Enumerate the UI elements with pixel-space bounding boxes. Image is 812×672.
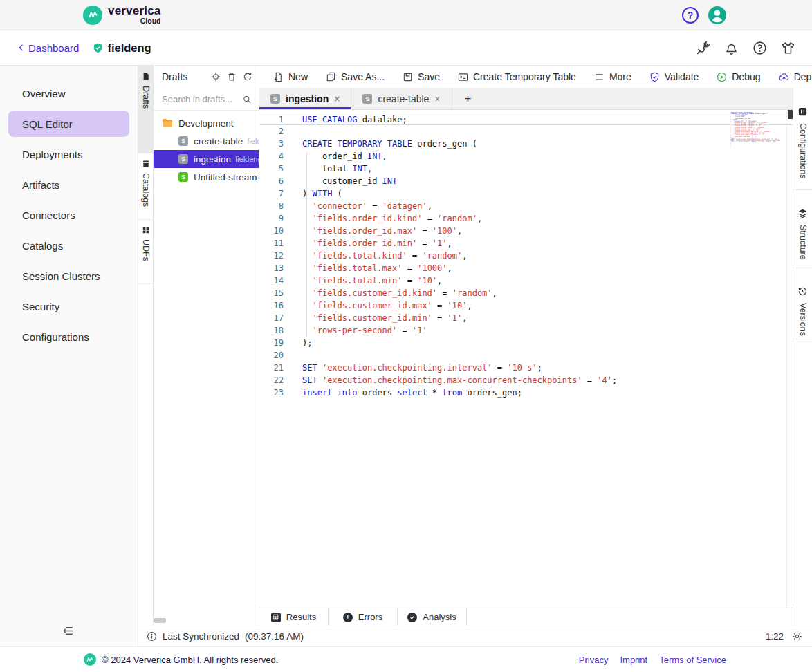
validate-button[interactable]: Validate [649, 71, 699, 82]
code-line-6[interactable]: 6 customer_id INT [259, 175, 793, 187]
search-drafts-input[interactable] [162, 94, 243, 104]
code-line-13[interactable]: 13 'fields.total.max' = '1000', [259, 262, 793, 274]
sql-code-editor[interactable]: 1USE CATALOG datalake;23CREATE TEMPORARY… [259, 110, 793, 608]
code-line-16[interactable]: 16 'fields.customer_id.max' = '10', [259, 299, 793, 312]
code-line-19[interactable]: 19); [259, 337, 793, 349]
sidebar-item-session-clusters[interactable]: Session Clusters [8, 263, 129, 289]
code-text[interactable]: 'fields.customer_id.min' = '1', [284, 312, 467, 324]
workspace[interactable]: fieldeng [93, 41, 151, 55]
tab-analysis[interactable]: Analysis [398, 608, 467, 626]
code-text[interactable]: 'fields.order_id.min' = '1', [284, 237, 452, 250]
code-line-14[interactable]: 14 'fields.total.min' = '10', [259, 274, 793, 287]
sidebar-item-configurations[interactable]: Configurations [8, 324, 129, 350]
code-text[interactable]: insert into orders select * from orders_… [284, 386, 522, 399]
editor-scrollbar[interactable] [786, 110, 793, 608]
folder-development[interactable]: Development [154, 114, 259, 132]
code-line-8[interactable]: 8 'connector' = 'datagen', [259, 200, 793, 212]
close-tab-icon[interactable]: × [334, 93, 340, 104]
code-text[interactable]: 'fields.customer_id.max' = '10', [284, 299, 472, 312]
new-tab-button[interactable]: + [452, 88, 484, 109]
code-minimap[interactable]: USE CATALOG datalake;CREATE TEMPORARY TA… [730, 112, 780, 148]
editor-tab-ingestion[interactable]: S ingestion × [259, 88, 351, 109]
refresh-icon[interactable] [243, 72, 252, 82]
new-button[interactable]: New [273, 71, 308, 82]
back-to-dashboard-link[interactable]: Dashboard [17, 42, 79, 54]
sidebar-item-catalogs[interactable]: Catalogs [8, 232, 129, 259]
code-text[interactable]: SET 'execution.checkpointing.max-concurr… [284, 374, 617, 386]
save-as-button[interactable]: Save As... [326, 71, 385, 82]
tab-errors[interactable]: ! Errors [329, 608, 398, 626]
help-icon[interactable]: ? [682, 7, 699, 24]
create-temporary-table-button[interactable]: Create Temporary Table [458, 71, 576, 82]
code-lines[interactable]: 1USE CATALOG datalake;23CREATE TEMPORARY… [259, 110, 793, 399]
search-icon[interactable] [243, 95, 252, 104]
tshirt-icon[interactable] [781, 41, 795, 55]
deploy-button[interactable]: Deploy [779, 71, 812, 82]
sidebar-item-sql-editor[interactable]: SQL Editor [8, 111, 129, 137]
code-text[interactable]: 'fields.total.min' = '10', [284, 274, 442, 287]
panel-tab-udfs[interactable]: UDFs [138, 220, 153, 284]
code-line-22[interactable]: 22SET 'execution.checkpointing.max-concu… [259, 374, 793, 386]
settings-gear-icon[interactable] [792, 631, 802, 642]
code-text[interactable]: ); [284, 337, 312, 349]
draft-item-ingestion[interactable]: S ingestion fieldeng [154, 150, 259, 168]
horizontal-scrollbar-thumb[interactable] [154, 618, 166, 623]
help-circle-icon[interactable] [753, 41, 767, 55]
code-text[interactable]: order_id INT, [284, 150, 387, 162]
code-line-10[interactable]: 10 'fields.order_id.max' = '100', [259, 225, 793, 237]
terms-of-service-link[interactable]: Terms of Service [659, 655, 726, 665]
imprint-link[interactable]: Imprint [620, 655, 647, 665]
code-line-20[interactable]: 20 [259, 349, 793, 362]
close-tab-icon[interactable]: × [434, 93, 440, 104]
panel-tab-catalogs[interactable]: Catalogs [138, 153, 153, 220]
code-text[interactable]: 'fields.customer_id.kind' = 'random', [284, 287, 497, 299]
panel-tab-structure[interactable]: Structure [793, 190, 812, 268]
save-button[interactable]: Save [403, 71, 440, 82]
trash-icon[interactable] [227, 72, 237, 82]
user-avatar[interactable] [708, 6, 726, 24]
code-line-21[interactable]: 21SET 'execution.checkpointing.interval'… [259, 362, 793, 374]
code-line-15[interactable]: 15 'fields.customer_id.kind' = 'random', [259, 287, 793, 299]
code-line-4[interactable]: 4 order_id INT, [259, 150, 793, 162]
debug-button[interactable]: Debug [717, 71, 760, 82]
panel-tab-drafts[interactable]: Drafts [138, 66, 153, 153]
more-button[interactable]: More [594, 71, 631, 82]
draft-item-create-table[interactable]: S create-table field [154, 132, 259, 150]
sidebar-item-connectors[interactable]: Connectors [8, 202, 129, 228]
code-text[interactable]: USE CATALOG datalake; [284, 113, 407, 124]
code-text[interactable]: 'fields.total.max' = '1000', [284, 262, 452, 274]
code-text[interactable]: customer_id INT [284, 175, 397, 187]
code-line-3[interactable]: 3CREATE TEMPORARY TABLE orders_gen ( [259, 138, 793, 150]
code-text[interactable]: total INT, [284, 162, 372, 175]
code-line-7[interactable]: 7) WITH ( [259, 187, 793, 200]
notifications-bell-icon[interactable] [724, 41, 739, 55]
code-text[interactable]: SET 'execution.checkpointing.interval' =… [284, 362, 542, 374]
collapse-sidebar-icon[interactable] [62, 625, 138, 637]
code-line-5[interactable]: 5 total INT, [259, 162, 793, 175]
code-text[interactable]: ) WITH ( [284, 187, 342, 200]
code-line-18[interactable]: 18 'rows-per-second' = '1' [259, 324, 793, 337]
editor-tab-create-table[interactable]: S create-table × [351, 88, 452, 109]
code-text[interactable]: 'fields.order_id.max' = '100', [284, 225, 462, 237]
code-text[interactable]: CREATE TEMPORARY TABLE orders_gen ( [284, 138, 477, 150]
tab-results[interactable]: Results [259, 608, 329, 626]
panel-tab-configurations[interactable]: Configurations [793, 88, 812, 190]
locate-crosshair-icon[interactable] [211, 72, 221, 82]
code-line-2[interactable]: 2 [259, 125, 793, 138]
code-line-17[interactable]: 17 'fields.customer_id.min' = '1', [259, 312, 793, 324]
sidebar-item-security[interactable]: Security [8, 293, 129, 319]
sidebar-item-deployments[interactable]: Deployments [8, 141, 129, 167]
code-text[interactable]: 'fields.order_id.kind' = 'random', [284, 212, 482, 225]
code-line-11[interactable]: 11 'fields.order_id.min' = '1', [259, 237, 793, 250]
code-text[interactable]: 'rows-per-second' = '1' [284, 324, 427, 337]
sidebar-item-overview[interactable]: Overview [8, 80, 129, 106]
code-line-1[interactable]: 1USE CATALOG datalake; [259, 113, 793, 125]
privacy-link[interactable]: Privacy [579, 655, 609, 665]
endpoints-plug-icon[interactable] [696, 41, 710, 55]
panel-tab-versions[interactable]: Versions [793, 268, 812, 339]
code-text[interactable]: 'fields.total.kind' = 'random', [284, 250, 467, 262]
code-text[interactable] [284, 349, 302, 362]
draft-item-untitled-stream[interactable]: S Untitled-stream- [154, 168, 259, 186]
code-line-12[interactable]: 12 'fields.total.kind' = 'random', [259, 250, 793, 262]
sidebar-item-artifacts[interactable]: Artifacts [8, 171, 129, 198]
